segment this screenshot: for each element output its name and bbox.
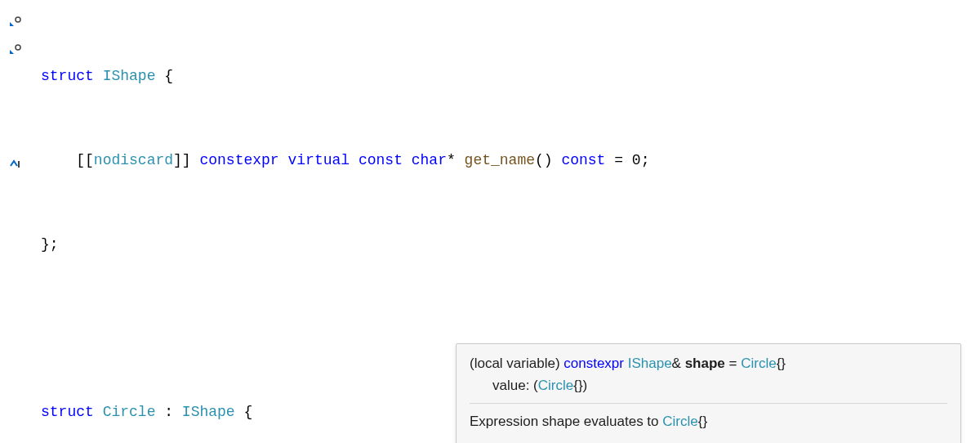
punct: {}) (573, 378, 587, 393)
tooltip-signature: (local variable) constexpr IShape& shape… (470, 352, 947, 374)
function-name: get_name (465, 152, 535, 168)
keyword: struct (41, 68, 94, 84)
type-name: IShape (628, 356, 672, 371)
punct: = (725, 356, 741, 371)
lightbulb-suggestion-icon[interactable] (8, 41, 23, 56)
lightbulb-suggestion-icon[interactable] (8, 13, 23, 28)
punct: * (447, 152, 465, 168)
code-line-blank (41, 314, 755, 342)
keyword: virtual (287, 152, 350, 168)
punct: = 0; (605, 152, 649, 168)
variable: shape (685, 356, 725, 371)
punct: { (155, 68, 173, 84)
code-line: struct IShape { (41, 62, 755, 90)
tooltip-text: Expression shape evaluates to (470, 414, 662, 429)
keyword: constexpr (199, 152, 278, 168)
type-name: IShape (103, 68, 156, 84)
tooltip-text: value: ( (492, 378, 538, 393)
punct: { (235, 404, 253, 420)
keyword: constexpr (564, 356, 624, 371)
gutter (0, 0, 41, 443)
punct: }; (41, 236, 59, 253)
punct: & (672, 356, 685, 371)
type-name: Circle (103, 404, 156, 420)
code-line: [[nodiscard]] constexpr virtual const ch… (41, 146, 755, 174)
tooltip-value: value: (Circle{}) (492, 374, 947, 396)
attribute: nodiscard (94, 152, 173, 168)
svg-point-1 (16, 45, 20, 50)
svg-point-0 (16, 17, 20, 22)
keyword: struct (41, 404, 94, 420)
type-name: Circle (741, 356, 776, 371)
type-name: IShape (182, 404, 235, 420)
punct: ]] (173, 152, 199, 168)
tooltip-text: (local variable) (470, 356, 564, 371)
type-name: Circle (662, 414, 697, 429)
track-changes-icon[interactable] (8, 153, 23, 168)
svg-rect-2 (18, 161, 20, 168)
punct: : (155, 404, 181, 420)
punct: {} (777, 356, 786, 371)
code-line: }; (41, 230, 755, 258)
type-name: Circle (538, 378, 573, 393)
divider (470, 403, 947, 404)
keyword: char (412, 152, 447, 168)
quick-info-tooltip: (local variable) constexpr IShape& shape… (456, 343, 961, 443)
keyword: const (561, 152, 605, 168)
punct: {} (698, 414, 707, 429)
tooltip-expression: Expression shape evaluates to Circle{} (470, 410, 947, 432)
punct: () (535, 152, 561, 168)
punct: [[ (76, 152, 94, 168)
keyword: const (359, 152, 403, 168)
